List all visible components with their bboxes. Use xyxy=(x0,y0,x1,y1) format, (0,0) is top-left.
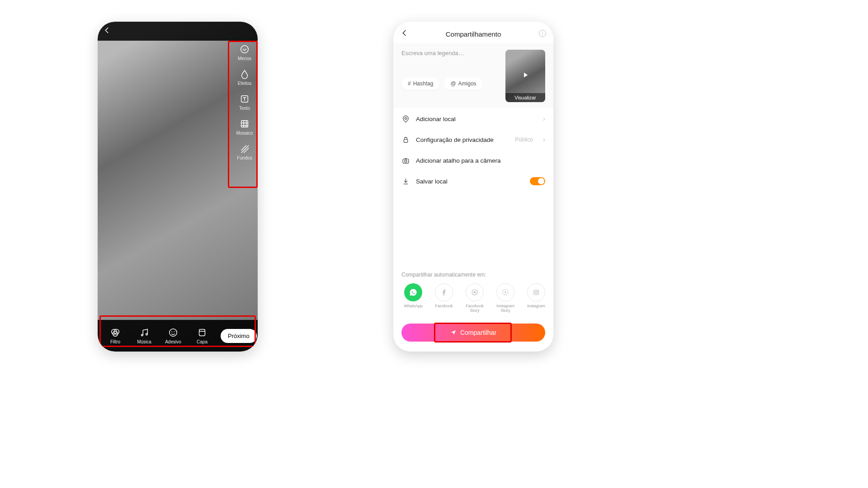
svg-point-8 xyxy=(170,328,177,336)
chevron-down-circle-icon xyxy=(240,44,250,54)
option-label: Salvar local xyxy=(416,178,524,185)
hash-icon: # xyxy=(408,80,411,87)
social-label: Instagram Story xyxy=(494,304,517,314)
share-phone: Compartilhamento i Escreva uma legenda… … xyxy=(393,22,553,352)
video-thumbnail[interactable]: Visualizar xyxy=(505,50,545,102)
side-tool-fundos[interactable]: Fundos xyxy=(234,144,255,160)
svg-point-22 xyxy=(538,291,538,291)
toggle-save-local[interactable] xyxy=(530,177,545,185)
download-icon xyxy=(401,177,410,185)
share-button[interactable]: Compartilhar xyxy=(401,324,545,342)
options-list: Adicionar local › Configuração de privac… xyxy=(393,108,553,192)
side-tool-label: Fundos xyxy=(237,155,252,160)
chevron-right-icon: › xyxy=(543,136,545,144)
svg-point-10 xyxy=(174,331,175,332)
svg-rect-11 xyxy=(199,329,205,336)
privacy-value: Público xyxy=(515,136,533,143)
social-label: Instagram xyxy=(527,304,545,314)
chevron-right-icon: › xyxy=(543,115,545,123)
option-add-location[interactable]: Adicionar local › xyxy=(401,108,545,129)
facebook-icon xyxy=(435,283,453,301)
auto-share-section: Compartilhar automaticamente em: WhatsAp… xyxy=(393,272,553,319)
option-camera-shortcut[interactable]: Adicionar atalho para a câmera xyxy=(401,150,545,171)
sticker-icon xyxy=(168,328,178,338)
option-save-local: Salvar local xyxy=(401,171,545,192)
social-whatsapp[interactable]: WhatsApp xyxy=(401,283,425,314)
chip-label: Amigos xyxy=(458,80,476,87)
share-screen: Compartilhamento i Escreva uma legenda… … xyxy=(393,22,553,352)
svg-point-9 xyxy=(171,331,172,332)
cover-icon xyxy=(197,328,207,338)
back-icon[interactable] xyxy=(103,25,111,37)
at-icon: @ xyxy=(450,80,456,87)
text-icon xyxy=(240,94,250,104)
svg-point-18 xyxy=(474,291,476,294)
svg-point-7 xyxy=(146,333,148,335)
side-tool-label: Efeitos xyxy=(238,81,252,86)
bottom-tool-musica[interactable]: Música xyxy=(134,328,155,344)
share-header: Compartilhamento i xyxy=(393,24,553,43)
friends-chip[interactable]: @ Amigos xyxy=(444,77,482,90)
thumbnail-label: Visualizar xyxy=(505,93,545,102)
svg-rect-15 xyxy=(403,159,409,163)
option-label: Configuração de privacidade xyxy=(416,136,509,143)
option-label: Adicionar atalho para a câmera xyxy=(416,157,545,164)
bottom-tool-capa[interactable]: Capa xyxy=(192,328,212,344)
bottom-tool-label: Capa xyxy=(197,339,208,344)
back-icon[interactable] xyxy=(401,29,409,39)
social-label: Facebook xyxy=(435,304,453,314)
next-button[interactable]: Próximo xyxy=(221,329,257,343)
svg-rect-14 xyxy=(404,139,408,142)
auto-share-label: Compartilhar automaticamente em: xyxy=(401,272,545,278)
camera-icon xyxy=(401,156,410,164)
info-icon[interactable]: i xyxy=(539,30,546,37)
facebook-story-icon xyxy=(466,283,484,301)
instagram-icon xyxy=(527,283,545,301)
social-facebook-story[interactable]: Facebook Story xyxy=(463,283,486,314)
bottom-tool-filtro[interactable]: Filtro xyxy=(105,328,126,344)
filter-icon xyxy=(110,328,120,338)
svg-point-0 xyxy=(241,46,249,53)
option-privacy[interactable]: Configuração de privacidade Público › xyxy=(401,129,545,150)
social-instagram-story[interactable]: Instagram Story xyxy=(494,283,517,314)
hatch-icon xyxy=(240,144,250,154)
bottom-tool-label: Adesivo xyxy=(165,339,181,344)
side-tool-menos[interactable]: Menos xyxy=(234,44,255,61)
social-label: Facebook Story xyxy=(463,304,486,314)
play-icon xyxy=(521,71,529,81)
side-tool-label: Texto xyxy=(239,106,250,111)
side-tool-label: Menos xyxy=(238,56,251,61)
option-label: Adicionar local xyxy=(416,116,533,122)
social-instagram[interactable]: Instagram xyxy=(524,283,545,314)
lock-icon xyxy=(401,136,410,144)
svg-point-6 xyxy=(142,334,143,336)
caption-area: Escreva uma legenda… # Hashtag @ Amigos xyxy=(393,43,553,108)
svg-point-13 xyxy=(405,117,406,119)
bottom-tool-label: Filtro xyxy=(110,339,120,344)
svg-point-21 xyxy=(535,291,538,294)
editor-phone: Menos Efeitos Texto Mosaico xyxy=(98,22,258,352)
share-button-label: Compartilhar xyxy=(460,329,496,336)
page-title: Compartilhamento xyxy=(446,30,501,38)
social-row: WhatsApp Facebook Facebook Story xyxy=(401,283,545,314)
svg-point-16 xyxy=(405,160,407,162)
droplet-icon xyxy=(240,69,250,79)
side-tool-texto[interactable]: Texto xyxy=(234,94,255,111)
side-tool-label: Mosaico xyxy=(236,131,253,136)
hashtag-chip[interactable]: # Hashtag xyxy=(401,77,439,90)
svg-marker-12 xyxy=(524,73,528,78)
music-icon xyxy=(139,328,149,338)
chip-label: Hashtag xyxy=(413,80,434,87)
social-facebook[interactable]: Facebook xyxy=(432,283,456,314)
side-tools-panel: Menos Efeitos Texto Mosaico xyxy=(234,44,255,160)
svg-rect-2 xyxy=(241,121,248,127)
bottom-tool-adesivo[interactable]: Adesivo xyxy=(163,328,184,344)
side-tool-mosaico[interactable]: Mosaico xyxy=(234,119,255,136)
whatsapp-icon xyxy=(404,283,422,301)
social-label: WhatsApp xyxy=(404,304,423,314)
editor-topbar xyxy=(98,22,258,41)
side-tool-efeitos[interactable]: Efeitos xyxy=(234,69,255,86)
caption-input[interactable]: Escreva uma legenda… xyxy=(401,50,499,56)
mosaic-icon xyxy=(240,119,250,129)
pin-icon xyxy=(401,115,410,123)
